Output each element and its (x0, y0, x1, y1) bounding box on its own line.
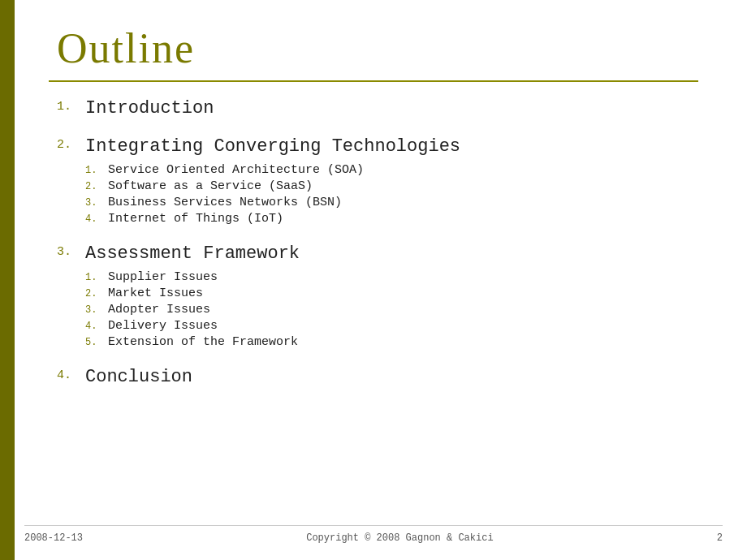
section-2-number: 2. (57, 136, 85, 152)
title-divider (49, 80, 698, 82)
section-4-number: 4. (57, 367, 85, 382)
section-1-text: Introduction (85, 98, 214, 118)
sub-item-2-2: 2. Software as a Service (SaaS) (85, 179, 698, 193)
sub-3-1-number: 1. (85, 270, 108, 283)
sub-3-2-text: Market Issues (108, 286, 203, 300)
left-accent-bar (0, 0, 15, 560)
sub-item-3-4: 4. Delivery Issues (85, 319, 698, 333)
sub-item-3-1: 1. Supplier Issues (85, 270, 698, 284)
gap-2 (57, 232, 698, 243)
section-3-number: 3. (57, 243, 85, 259)
sub-3-4-text: Delivery Issues (108, 319, 218, 333)
sub-2-2-number: 2. (85, 179, 108, 192)
footer-page: 2 (717, 532, 723, 544)
section-4-text: Conclusion (85, 367, 192, 387)
sub-2-1-text: Service Oriented Architecture (SOA) (108, 163, 364, 177)
sub-item-2-4: 4. Internet of Things (IoT) (85, 212, 698, 226)
main-item-3: 3. Assessment Framework (57, 243, 698, 264)
main-item-2: 2. Integrating Converging Technologies (57, 136, 698, 157)
sub-2-1-number: 1. (85, 163, 108, 176)
sub-2-3-text: Business Services Networks (BSN) (108, 196, 342, 209)
sub-2-4-number: 4. (85, 212, 108, 225)
outline-content: 1. Introduction 2. Integrating Convergin… (57, 98, 698, 387)
main-item-4: 4. Conclusion (57, 367, 698, 387)
footer-date: 2008-12-13 (24, 532, 83, 544)
sub-item-3-2: 2. Market Issues (85, 286, 698, 300)
section-1-number: 1. (57, 98, 85, 114)
sub-item-3-5: 5. Extension of the Framework (85, 335, 698, 349)
sub-2-2-text: Software as a Service (SaaS) (108, 179, 313, 193)
gap-1 (57, 125, 698, 136)
main-item-1: 1. Introduction (57, 98, 698, 118)
slide: Outline 1. Introduction 2. Integrating C… (0, 0, 747, 560)
sub-item-2-1: 1. Service Oriented Architecture (SOA) (85, 163, 698, 177)
sub-3-2-number: 2. (85, 286, 108, 299)
sub-item-3-3: 3. Adopter Issues (85, 303, 698, 317)
sub-list-3: 1. Supplier Issues 2. Market Issues 3. A… (85, 270, 698, 349)
sub-list-2: 1. Service Oriented Architecture (SOA) 2… (85, 163, 698, 226)
sub-3-5-text: Extension of the Framework (108, 335, 298, 349)
sub-3-5-number: 5. (85, 335, 108, 348)
gap-3 (57, 355, 698, 367)
section-3-text: Assessment Framework (85, 243, 300, 264)
sub-2-4-text: Internet of Things (IoT) (108, 212, 283, 226)
slide-title: Outline (57, 24, 698, 72)
sub-3-4-number: 4. (85, 319, 108, 332)
sub-3-3-number: 3. (85, 303, 108, 316)
section-2-text: Integrating Converging Technologies (85, 136, 460, 157)
sub-3-3-text: Adopter Issues (108, 303, 210, 317)
sub-3-1-text: Supplier Issues (108, 270, 218, 284)
footer: 2008-12-13 Copyright © 2008 Gagnon & Cak… (24, 525, 723, 544)
footer-copyright: Copyright © 2008 Gagnon & Cakici (306, 532, 493, 544)
sub-item-2-3: 3. Business Services Networks (BSN) (85, 196, 698, 209)
sub-2-3-number: 3. (85, 196, 108, 209)
